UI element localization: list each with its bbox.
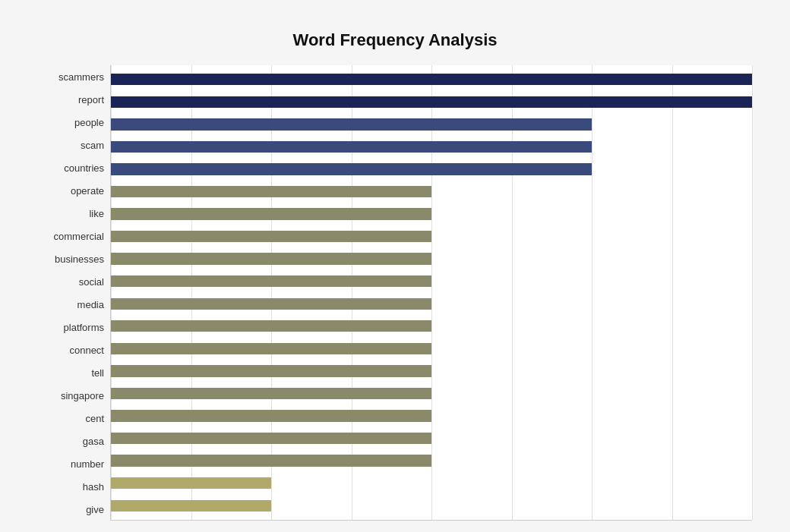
bar-row: [111, 181, 752, 203]
bar-row: [111, 315, 752, 338]
y-label: scam: [81, 140, 104, 150]
bar-people: [111, 118, 592, 130]
bar-hash: [111, 477, 271, 489]
y-label: report: [78, 95, 104, 105]
bar-number: [111, 455, 431, 466]
bar-row: [111, 382, 752, 405]
bar-row: [111, 270, 752, 293]
bar-row: [111, 136, 752, 159]
bar-commercial: [111, 231, 431, 242]
bar-row: [111, 494, 752, 517]
chart-title: Word Frequency Analysis: [38, 30, 752, 50]
y-label: operate: [71, 186, 104, 196]
y-label: tell: [91, 368, 104, 378]
bars-and-grid: 0.00.51.01.52.02.53.03.54.0 Frequency: [110, 65, 752, 521]
bar-connect: [111, 343, 431, 354]
bar-like: [111, 208, 431, 219]
bar-row: [111, 225, 752, 248]
bar-countries: [111, 163, 592, 175]
y-axis-labels: scammersreportpeoplescamcountriesoperate…: [38, 65, 110, 521]
y-label: people: [74, 118, 104, 127]
y-label: cent: [85, 414, 104, 423]
y-label: like: [89, 209, 104, 219]
bar-platforms: [111, 320, 431, 332]
chart-area: scammersreportpeoplescamcountriesoperate…: [38, 65, 752, 521]
y-label: social: [79, 277, 104, 287]
bar-row: [111, 360, 752, 382]
chart-container: Word Frequency Analysis scammersreportpe…: [15, 15, 775, 532]
y-label: gasa: [83, 436, 104, 446]
bar-cent: [111, 410, 431, 421]
bar-businesses: [111, 253, 431, 264]
y-label: singapore: [61, 391, 104, 401]
bar-gasa: [111, 433, 431, 444]
bar-row: [111, 91, 752, 114]
y-label: connect: [69, 345, 104, 355]
bar-scam: [111, 141, 592, 153]
bar-row: [111, 247, 752, 270]
bar-row: [111, 427, 752, 450]
y-label: media: [77, 300, 104, 310]
bar-operate: [111, 186, 431, 197]
y-label: give: [86, 505, 104, 515]
y-label: countries: [64, 163, 104, 173]
bar-report: [111, 96, 752, 108]
bar-row: [111, 449, 752, 472]
bar-give: [111, 500, 271, 512]
grid-line: [752, 65, 753, 520]
y-label: businesses: [55, 254, 104, 264]
bar-row: [111, 405, 752, 427]
y-label: platforms: [64, 323, 104, 332]
y-label: number: [71, 459, 104, 469]
y-label: scammers: [58, 72, 104, 82]
bar-row: [111, 203, 752, 225]
bar-row: [111, 158, 752, 181]
y-label: commercial: [54, 231, 104, 241]
bar-media: [111, 298, 431, 310]
bar-scammers: [111, 74, 752, 85]
y-label: hash: [83, 482, 104, 492]
bar-tell: [111, 365, 431, 376]
bar-row: [111, 338, 752, 360]
bar-row: [111, 472, 752, 495]
bar-singapore: [111, 388, 431, 399]
bar-row: [111, 68, 752, 91]
bars-wrapper: [111, 65, 752, 520]
bar-row: [111, 292, 752, 315]
bar-row: [111, 113, 752, 136]
bar-social: [111, 275, 431, 287]
